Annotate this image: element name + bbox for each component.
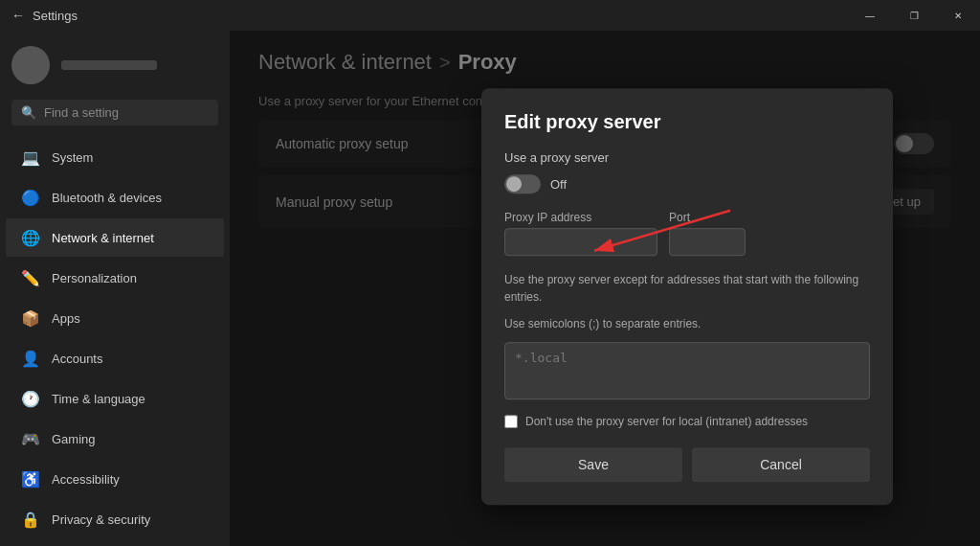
search-input[interactable] bbox=[44, 105, 209, 120]
main-content: Network & internet > Proxy Use a proxy s… bbox=[230, 31, 980, 546]
title-bar: ← Settings — ❐ ✕ bbox=[0, 0, 980, 31]
back-icon[interactable]: ← bbox=[11, 8, 25, 23]
ip-group: Proxy IP address bbox=[504, 211, 657, 256]
sidebar-item-system[interactable]: 💻 System bbox=[6, 138, 224, 176]
ip-port-row: Proxy IP address Port bbox=[504, 211, 870, 256]
proxy-ip-input[interactable] bbox=[504, 228, 657, 256]
exceptions-textarea[interactable] bbox=[504, 342, 870, 399]
avatar bbox=[11, 46, 50, 84]
use-proxy-label: Use a proxy server bbox=[504, 150, 870, 165]
exceptions-note-line1: Use the proxy server except for addresse… bbox=[504, 271, 870, 306]
use-proxy-toggle[interactable] bbox=[504, 174, 541, 193]
maximize-button[interactable]: ❐ bbox=[892, 0, 936, 31]
local-checkbox-label: Don't use the proxy server for local (in… bbox=[525, 415, 808, 428]
sidebar-item-network[interactable]: 🌐 Network & internet bbox=[6, 218, 224, 257]
gaming-icon: 🎮 bbox=[21, 429, 40, 448]
sidebar-item-privacy[interactable]: 🔒 Privacy & security bbox=[6, 500, 224, 538]
app-container: 🔍 💻 System 🔵 Bluetooth & devices 🌐 Netwo… bbox=[0, 31, 980, 546]
sidebar-item-gaming[interactable]: 🎮 Gaming bbox=[6, 420, 224, 458]
sidebar-item-label: Accounts bbox=[52, 352, 102, 366]
close-button[interactable]: ✕ bbox=[936, 0, 980, 31]
avatar-name-placeholder bbox=[61, 60, 157, 70]
time-icon: 🕐 bbox=[21, 389, 40, 408]
proxy-port-input[interactable] bbox=[669, 228, 746, 256]
accounts-icon: 👤 bbox=[21, 349, 40, 368]
search-icon: 🔍 bbox=[21, 105, 36, 120]
cancel-button[interactable]: Cancel bbox=[692, 447, 870, 482]
local-checkbox-row: Don't use the proxy server for local (in… bbox=[504, 415, 870, 428]
sidebar-item-label: Privacy & security bbox=[52, 512, 150, 527]
modal-title: Edit proxy server bbox=[504, 111, 870, 133]
privacy-icon: 🔒 bbox=[21, 510, 40, 529]
port-label: Port bbox=[669, 211, 746, 224]
sidebar-item-label: Network & internet bbox=[52, 231, 154, 245]
sidebar-item-time[interactable]: 🕐 Time & language bbox=[6, 379, 224, 418]
sidebar-item-label: Accessibility bbox=[52, 472, 120, 487]
ip-label: Proxy IP address bbox=[504, 211, 657, 224]
sidebar-item-personalization[interactable]: ✏️ Personalization bbox=[6, 259, 224, 297]
sidebar-item-bluetooth[interactable]: 🔵 Bluetooth & devices bbox=[6, 178, 224, 216]
sidebar-item-accessibility[interactable]: ♿ Accessibility bbox=[6, 460, 224, 498]
sidebar-item-label: Gaming bbox=[52, 432, 96, 446]
minimize-button[interactable]: — bbox=[848, 0, 892, 31]
sidebar-item-windows-update[interactable]: 🔄 Windows Update bbox=[6, 540, 224, 546]
system-icon: 💻 bbox=[21, 148, 40, 167]
local-intranet-checkbox[interactable] bbox=[504, 415, 518, 428]
personalization-icon: ✏️ bbox=[21, 268, 40, 287]
edit-proxy-modal: Edit proxy server Use a proxy server Off… bbox=[481, 88, 893, 505]
modal-actions: Save Cancel bbox=[504, 447, 870, 482]
sidebar-item-label: System bbox=[52, 150, 93, 165]
use-proxy-toggle-row: Off bbox=[504, 174, 870, 193]
sidebar-item-accounts[interactable]: 👤 Accounts bbox=[6, 339, 224, 377]
sidebar-item-label: Bluetooth & devices bbox=[52, 191, 162, 205]
accessibility-icon: ♿ bbox=[21, 469, 40, 489]
search-box[interactable]: 🔍 bbox=[11, 100, 218, 125]
toggle-state-label: Off bbox=[550, 177, 567, 192]
save-button[interactable]: Save bbox=[504, 447, 682, 482]
sidebar-item-label: Apps bbox=[52, 311, 80, 326]
sidebar-item-apps[interactable]: 📦 Apps bbox=[6, 299, 224, 337]
title-bar-controls: — ❐ ✕ bbox=[848, 0, 980, 31]
sidebar-item-label: Time & language bbox=[52, 392, 145, 406]
sidebar-item-label: Personalization bbox=[52, 271, 137, 285]
apps-icon: 📦 bbox=[21, 308, 40, 328]
sidebar-profile bbox=[0, 31, 230, 100]
title-bar-left: ← Settings bbox=[11, 8, 78, 23]
app-title: Settings bbox=[33, 9, 78, 23]
sidebar: 🔍 💻 System 🔵 Bluetooth & devices 🌐 Netwo… bbox=[0, 31, 230, 546]
exceptions-note-line2: Use semicolons (;) to separate entries. bbox=[504, 315, 870, 332]
bluetooth-icon: 🔵 bbox=[21, 188, 40, 207]
network-icon: 🌐 bbox=[21, 228, 40, 247]
port-group: Port bbox=[669, 211, 746, 256]
